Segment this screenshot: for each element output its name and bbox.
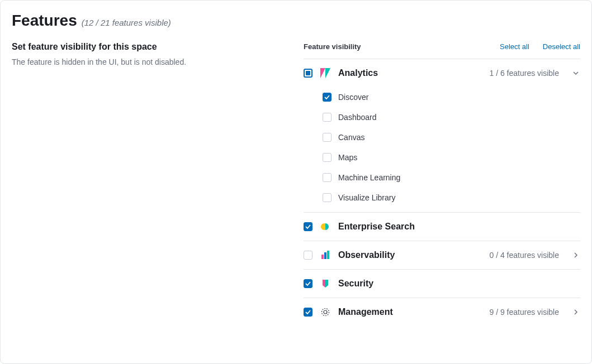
maps-label: Maps [338,153,357,162]
analytics-name: Analytics [338,68,481,78]
features-visible-count: (12 / 21 features visible) [82,18,171,27]
deselect-all-button[interactable]: Deselect all [543,42,580,51]
select-all-button[interactable]: Select all [500,42,529,51]
page-title: Features [12,12,77,30]
security-icon [320,279,330,289]
enterprise-search-icon [320,222,330,232]
observability-icon [320,250,330,260]
subtitle: Set feature visibility for this space [12,42,295,52]
features-panel: Features (12 / 21 features visible) Set … [0,0,592,364]
observability-name: Observability [338,250,481,260]
left-column: Features (12 / 21 features visible) Set … [12,12,304,352]
security-name: Security [338,279,580,289]
title-row: Features (12 / 21 features visible) [12,12,295,30]
category-enterprise-search[interactable]: Enterprise Search [304,213,580,241]
sub-viz: Visualize Library [304,188,580,208]
maps-checkbox[interactable] [323,153,331,162]
chevron-down-icon [571,69,580,78]
sub-maps: Maps [304,147,580,167]
sub-dashboard: Dashboard [304,107,580,127]
svg-rect-1 [321,255,324,259]
svg-point-5 [322,309,329,316]
category-management[interactable]: Management 9 / 9 features visible [304,298,580,326]
chevron-right-icon [571,251,580,260]
ml-checkbox[interactable] [323,173,331,182]
description: The feature is hidden in the UI, but is … [12,58,295,66]
management-count: 9 / 9 features visible [489,308,559,317]
gear-icon [320,307,330,317]
analytics-checkbox[interactable] [304,69,312,78]
management-name: Management [338,307,481,317]
category-observability[interactable]: Observability 0 / 4 features visible [304,241,580,269]
svg-rect-3 [327,251,329,259]
viz-label: Visualize Library [338,193,395,202]
sub-discover: Discover [304,87,580,107]
dashboard-label: Dashboard [338,113,377,122]
viz-checkbox[interactable] [323,193,331,202]
visibility-header: Feature visibility Select all Deselect a… [304,42,580,51]
visibility-label: Feature visibility [304,42,486,51]
ml-label: Machine Learning [338,173,400,182]
observability-count: 0 / 4 features visible [489,251,559,260]
sub-ml: Machine Learning [304,167,580,188]
management-checkbox[interactable] [304,308,312,317]
observability-checkbox[interactable] [304,251,312,260]
category-analytics[interactable]: Analytics 1 / 6 features visible [304,59,580,87]
enterprise-search-name: Enterprise Search [338,222,580,232]
discover-label: Discover [338,93,368,102]
chevron-right-icon [571,308,580,317]
svg-point-4 [324,310,327,314]
right-column: Feature visibility Select all Deselect a… [304,12,580,352]
sub-canvas: Canvas [304,127,580,147]
security-checkbox[interactable] [304,279,312,288]
analytics-count: 1 / 6 features visible [489,69,559,78]
discover-checkbox[interactable] [323,93,331,102]
analytics-subitems: Discover Dashboard Canvas Maps [304,87,580,212]
enterprise-search-checkbox[interactable] [304,222,312,231]
analytics-icon [320,68,330,78]
dashboard-checkbox[interactable] [323,113,331,122]
svg-rect-2 [324,252,326,259]
canvas-label: Canvas [338,133,364,142]
category-security[interactable]: Security [304,270,580,298]
canvas-checkbox[interactable] [323,133,331,142]
